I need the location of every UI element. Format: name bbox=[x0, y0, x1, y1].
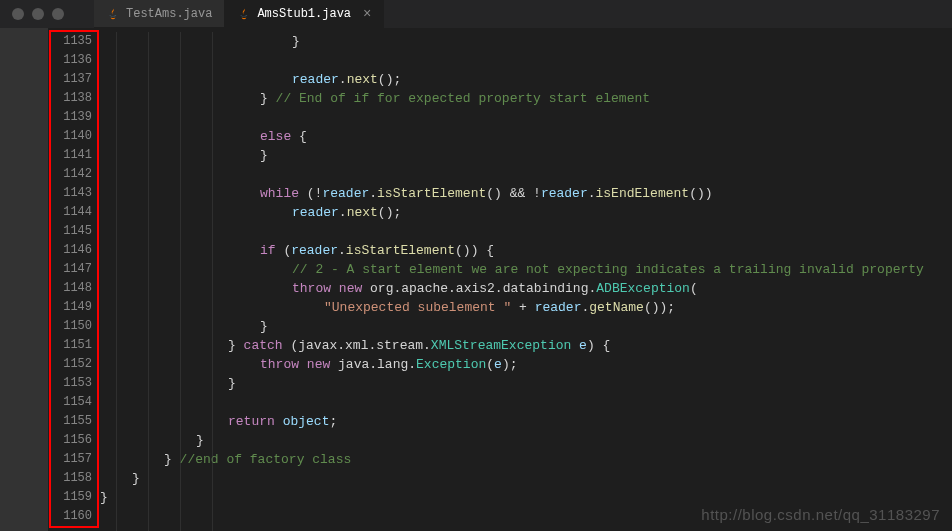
code-line: reader.next(); bbox=[100, 70, 952, 89]
line-number: 1152 bbox=[48, 355, 92, 374]
line-number: 1149 bbox=[48, 298, 92, 317]
code-line: } catch (javax.xml.stream.XMLStreamExcep… bbox=[100, 336, 952, 355]
line-number: 1142 bbox=[48, 165, 92, 184]
code-line: if (reader.isStartElement()) { bbox=[100, 241, 952, 260]
code-line: } bbox=[100, 469, 952, 488]
code-line: return object; bbox=[100, 412, 952, 431]
code-line bbox=[100, 393, 952, 412]
line-number: 1157 bbox=[48, 450, 92, 469]
line-number: 1153 bbox=[48, 374, 92, 393]
line-number: 1143 bbox=[48, 184, 92, 203]
close-tab-icon[interactable]: × bbox=[363, 6, 371, 22]
watermark-text: http://blog.csdn.net/qq_31183297 bbox=[701, 506, 940, 523]
code-line: while (!reader.isStartElement() && !read… bbox=[100, 184, 952, 203]
line-number: 1140 bbox=[48, 127, 92, 146]
line-number: 1146 bbox=[48, 241, 92, 260]
line-number: 1156 bbox=[48, 431, 92, 450]
code-line: } bbox=[100, 374, 952, 393]
indent-guide bbox=[180, 32, 181, 531]
line-number: 1158 bbox=[48, 469, 92, 488]
tab-label: AmsStub1.java bbox=[257, 7, 351, 21]
java-file-icon bbox=[106, 7, 120, 21]
line-number: 1141 bbox=[48, 146, 92, 165]
code-line bbox=[100, 222, 952, 241]
tab-amsstub1-java[interactable]: AmsStub1.java× bbox=[225, 0, 384, 27]
window-controls bbox=[0, 8, 94, 20]
line-number: 1159 bbox=[48, 488, 92, 507]
line-number-gutter: 1135113611371138113911401141114211431144… bbox=[48, 28, 100, 531]
code-line: throw new java.lang.Exception(e); bbox=[100, 355, 952, 374]
tab-bar: TestAms.javaAmsStub1.java× bbox=[94, 0, 384, 28]
code-line: "Unexpected subelement " + reader.getNam… bbox=[100, 298, 952, 317]
minimize-window-icon[interactable] bbox=[32, 8, 44, 20]
code-line: // 2 - A start element we are not expect… bbox=[100, 260, 952, 279]
code-line: } // End of if for expected property sta… bbox=[100, 89, 952, 108]
code-line: } bbox=[100, 488, 952, 507]
close-window-icon[interactable] bbox=[12, 8, 24, 20]
code-line: } bbox=[100, 146, 952, 165]
maximize-window-icon[interactable] bbox=[52, 8, 64, 20]
line-number: 1139 bbox=[48, 108, 92, 127]
code-line: else { bbox=[100, 127, 952, 146]
code-line: } bbox=[100, 431, 952, 450]
code-area[interactable]: }reader.next();} // End of if for expect… bbox=[100, 28, 952, 531]
line-number: 1150 bbox=[48, 317, 92, 336]
line-number: 1148 bbox=[48, 279, 92, 298]
indent-guide bbox=[148, 32, 149, 531]
indent-guide bbox=[116, 32, 117, 531]
line-number: 1144 bbox=[48, 203, 92, 222]
java-file-icon bbox=[237, 7, 251, 21]
line-number: 1137 bbox=[48, 70, 92, 89]
line-number: 1135 bbox=[48, 32, 92, 51]
code-line bbox=[100, 108, 952, 127]
line-number: 1154 bbox=[48, 393, 92, 412]
code-line: reader.next(); bbox=[100, 203, 952, 222]
tab-label: TestAms.java bbox=[126, 7, 212, 21]
line-number: 1155 bbox=[48, 412, 92, 431]
code-line: } bbox=[100, 32, 952, 51]
indent-guide bbox=[212, 32, 213, 531]
tab-testams-java[interactable]: TestAms.java bbox=[94, 0, 225, 27]
editor-area: 1135113611371138113911401141114211431144… bbox=[0, 28, 952, 531]
code-line: throw new org.apache.axis2.databinding.A… bbox=[100, 279, 952, 298]
line-number: 1151 bbox=[48, 336, 92, 355]
code-line: } //end of factory class bbox=[100, 450, 952, 469]
title-bar: TestAms.javaAmsStub1.java× bbox=[0, 0, 952, 28]
code-line bbox=[100, 51, 952, 70]
code-line bbox=[100, 165, 952, 184]
line-number: 1138 bbox=[48, 89, 92, 108]
activity-bar bbox=[0, 28, 48, 531]
line-number: 1147 bbox=[48, 260, 92, 279]
line-number: 1145 bbox=[48, 222, 92, 241]
line-number: 1136 bbox=[48, 51, 92, 70]
line-number: 1160 bbox=[48, 507, 92, 526]
code-line: } bbox=[100, 317, 952, 336]
